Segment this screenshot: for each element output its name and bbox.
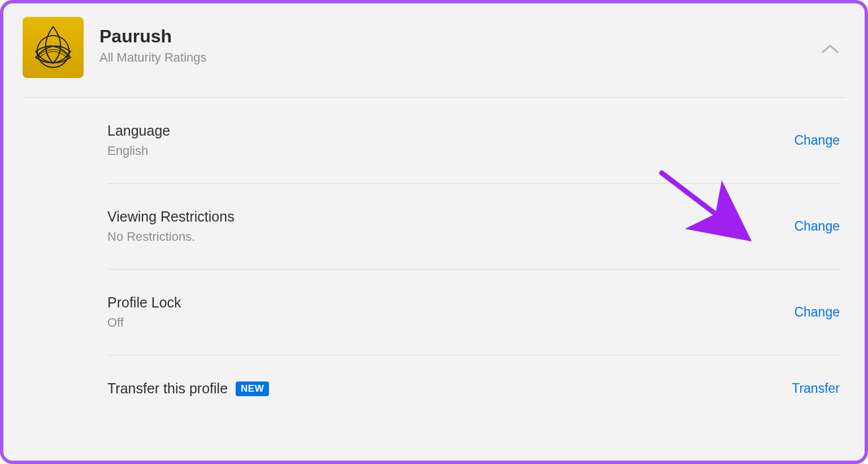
- settings-list: Language English Change Viewing Restrict…: [23, 98, 845, 422]
- transfer-profile-title: Transfer this profile: [107, 380, 228, 397]
- row-language: Language English Change: [107, 98, 840, 184]
- change-profile-lock-link[interactable]: Change: [794, 305, 840, 320]
- profile-settings-panel: Paurush All Maturity Ratings Language En…: [0, 0, 868, 464]
- profile-maturity: All Maturity Ratings: [99, 50, 207, 65]
- viewing-restrictions-title: Viewing Restrictions: [107, 209, 235, 225]
- transfer-profile-link[interactable]: Transfer: [792, 381, 840, 396]
- collapse-chevron-icon[interactable]: [821, 43, 840, 58]
- profile-name: Paurush: [99, 26, 207, 47]
- row-viewing-restrictions: Viewing Restrictions No Restrictions. Ch…: [107, 184, 840, 270]
- profile-header[interactable]: Paurush All Maturity Ratings: [23, 17, 845, 98]
- profile-header-text: Paurush All Maturity Ratings: [99, 17, 207, 65]
- row-transfer-profile: Transfer this profile NEW Transfer: [107, 355, 840, 422]
- change-viewing-restrictions-link[interactable]: Change: [794, 219, 840, 234]
- profile-lock-value: Off: [107, 315, 181, 330]
- row-profile-lock: Profile Lock Off Change: [107, 270, 840, 355]
- language-value: English: [107, 144, 170, 158]
- language-title: Language: [107, 123, 170, 139]
- viewing-restrictions-value: No Restrictions.: [107, 229, 235, 244]
- profile-avatar: [23, 17, 84, 78]
- change-language-link[interactable]: Change: [794, 133, 840, 148]
- triquetra-icon: [28, 23, 78, 72]
- new-badge: NEW: [236, 381, 269, 396]
- profile-lock-title: Profile Lock: [107, 294, 181, 311]
